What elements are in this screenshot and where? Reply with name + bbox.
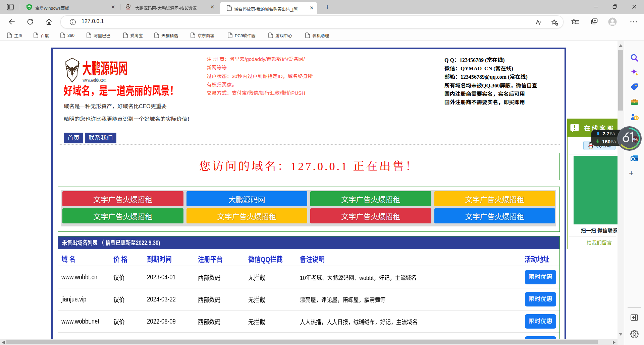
svg-text:%: % (633, 137, 638, 142)
svg-text:大鹏源码网: 大鹏源码网 (82, 57, 128, 79)
svg-text:www.wobbt.com: www.wobbt.com (83, 77, 106, 83)
